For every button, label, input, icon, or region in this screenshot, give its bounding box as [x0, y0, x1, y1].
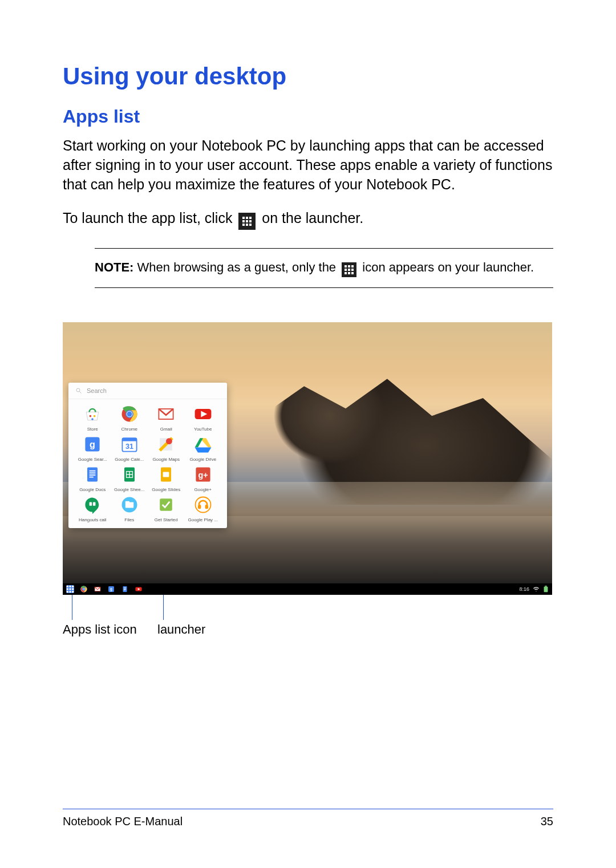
- shelf-docs-icon[interactable]: [121, 585, 129, 593]
- svg-rect-11: [351, 265, 354, 267]
- store-icon: [82, 404, 103, 424]
- svg-text:31: 31: [125, 443, 133, 451]
- app-label: Google Maps: [152, 457, 180, 462]
- svg-marker-40: [194, 448, 211, 453]
- launch-instruction: To launch the app list, click on the lau…: [63, 209, 553, 230]
- app-gplus[interactable]: g+Google+: [185, 464, 222, 492]
- chrome-icon: [119, 404, 140, 424]
- shelf: g 8:16: [63, 583, 552, 595]
- svg-rect-81: [124, 587, 126, 588]
- launch-instruction-pre: To launch the app list, click: [63, 210, 236, 226]
- gsearch-icon: g: [82, 434, 103, 455]
- svg-rect-8: [249, 224, 252, 226]
- svg-rect-9: [345, 265, 347, 267]
- app-youtube[interactable]: YouTube: [185, 404, 222, 432]
- page-footer: Notebook PC E-Manual 35: [63, 809, 553, 828]
- app-label: Files: [124, 517, 134, 522]
- shelf-gmail-icon[interactable]: [94, 585, 102, 593]
- app-drive[interactable]: Google Drive: [185, 434, 222, 462]
- drive-icon: [193, 434, 213, 455]
- svg-rect-70: [69, 591, 71, 593]
- svg-rect-6: [242, 224, 245, 226]
- app-maps[interactable]: Google Maps: [148, 434, 185, 462]
- app-label: Chrome: [121, 427, 137, 432]
- launcher-search-placeholder: Search: [87, 387, 107, 394]
- app-label: Gmail: [160, 427, 172, 432]
- app-chrome[interactable]: Chrome: [111, 404, 148, 432]
- launch-instruction-post: on the launcher.: [262, 210, 363, 226]
- app-files[interactable]: Files: [111, 494, 148, 522]
- app-sheets[interactable]: Google Shee...: [111, 464, 148, 492]
- svg-rect-69: [67, 591, 68, 593]
- svg-rect-2: [249, 217, 252, 219]
- app-gsearch[interactable]: gGoogle Sear...: [74, 434, 111, 462]
- app-label: Google Docs: [79, 487, 106, 492]
- app-play[interactable]: Google Play ...: [185, 494, 222, 522]
- svg-rect-66: [67, 589, 68, 590]
- svg-rect-42: [90, 470, 96, 472]
- docs-icon: [82, 464, 103, 485]
- tray-time: 8:16: [519, 586, 529, 592]
- shelf-chrome-icon[interactable]: [80, 585, 88, 593]
- svg-point-21: [94, 415, 96, 417]
- svg-rect-7: [246, 224, 248, 226]
- app-label: Google Drive: [189, 457, 216, 462]
- svg-rect-34: [122, 438, 136, 441]
- app-label: YouTube: [194, 427, 212, 432]
- svg-rect-16: [348, 272, 350, 274]
- svg-rect-17: [351, 272, 354, 274]
- play-icon: [193, 494, 213, 515]
- app-hangouts[interactable]: Hangouts call: [74, 494, 111, 522]
- svg-text:g: g: [90, 440, 95, 450]
- note-label: NOTE:: [95, 260, 133, 274]
- screenshot-callouts: Apps list icon launcher: [63, 595, 552, 640]
- svg-point-18: [76, 388, 80, 392]
- app-label: Google Play ...: [188, 517, 218, 522]
- svg-point-76: [83, 589, 85, 591]
- app-slides[interactable]: Google Slides: [148, 464, 185, 492]
- svg-rect-88: [545, 586, 546, 587]
- svg-point-37: [166, 438, 172, 444]
- system-tray[interactable]: 8:16: [519, 586, 549, 593]
- gmail-icon: [156, 404, 176, 424]
- launcher-search[interactable]: Search: [68, 383, 227, 399]
- svg-point-22: [91, 418, 94, 420]
- svg-rect-65: [72, 586, 74, 587]
- app-label: Google+: [194, 487, 212, 492]
- app-calendar[interactable]: 31Google Cale...: [111, 434, 148, 462]
- app-docs[interactable]: Google Docs: [74, 464, 111, 492]
- svg-rect-83: [124, 589, 126, 590]
- desktop-screenshot: Search StoreChromeGmailYouTubegGoogle Se…: [63, 322, 552, 595]
- shelf-gsearch-icon[interactable]: g: [107, 585, 115, 593]
- callout-launcher: launcher: [157, 622, 205, 637]
- shelf-youtube-icon[interactable]: [135, 585, 143, 593]
- shelf-apps-icon[interactable]: [66, 585, 74, 593]
- svg-rect-13: [348, 269, 350, 271]
- svg-point-27: [127, 412, 132, 417]
- svg-rect-58: [125, 501, 129, 504]
- battery-icon: [543, 586, 549, 593]
- svg-rect-3: [242, 220, 245, 222]
- wifi-icon: [533, 586, 540, 593]
- app-label: Google Shee...: [114, 487, 144, 492]
- svg-rect-61: [198, 505, 201, 509]
- footer-page-number: 35: [541, 815, 553, 828]
- app-store[interactable]: Store: [74, 404, 111, 432]
- svg-rect-71: [72, 591, 74, 593]
- app-start[interactable]: Get Started: [148, 494, 185, 522]
- app-label: Hangouts call: [79, 517, 106, 522]
- svg-rect-59: [160, 498, 172, 511]
- app-label: Google Slides: [152, 487, 180, 492]
- gplus-icon: g+: [193, 464, 213, 485]
- svg-line-19: [80, 392, 82, 394]
- slides-icon: [156, 464, 176, 485]
- start-icon: [156, 494, 176, 515]
- app-gmail[interactable]: Gmail: [148, 404, 185, 432]
- svg-rect-4: [246, 220, 248, 222]
- svg-rect-82: [124, 589, 126, 589]
- svg-rect-68: [72, 589, 74, 590]
- app-label: Google Cale...: [115, 457, 144, 462]
- note-box: NOTE: When browsing as a guest, only the…: [95, 248, 553, 288]
- svg-rect-64: [69, 586, 71, 587]
- files-icon: [119, 494, 140, 515]
